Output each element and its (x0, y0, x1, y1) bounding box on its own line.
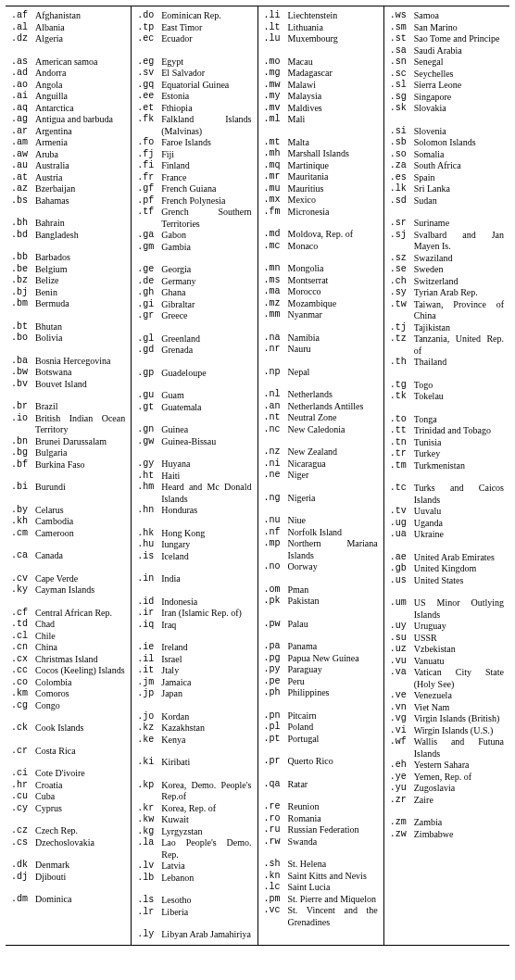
spacer (11, 883, 125, 894)
country-entry: .pyParaguay (264, 664, 378, 676)
tld-code: .bs (11, 195, 33, 207)
country-entry: .itJtaly (137, 665, 251, 677)
country-name: Latvia (159, 861, 251, 873)
tld-code: .na (264, 333, 286, 345)
tld-code: .cy (11, 803, 33, 815)
country-name: Vanuatu (412, 656, 504, 668)
country-entry: .mhMarshall Islands (264, 148, 378, 160)
country-entry: .snSenegal (390, 57, 504, 69)
country-entry: .inIndia (137, 573, 251, 585)
country-entry: .mzMozambique (264, 298, 378, 310)
country-entry: .bjBenin (11, 287, 125, 299)
country-entry: .dkDenmark (11, 860, 125, 872)
country-entry: .slSierra Leone (390, 80, 504, 92)
tld-code: .pe (264, 676, 286, 688)
country-name: Korea, Rep. of (159, 803, 251, 815)
country-name: Burkina Faso (33, 459, 125, 471)
tld-code: .sk (390, 103, 412, 115)
column-2: .doEominican Rep..tpEast Timor.ecEcuador… (131, 6, 257, 945)
country-name: Australia (33, 160, 125, 172)
tld-code: .vc (264, 905, 286, 917)
country-entry: .nzNew Zealand (264, 446, 378, 459)
country-name: Haiti (159, 471, 251, 483)
tld-code: .ag (11, 114, 33, 126)
tld-code: .gn (137, 424, 159, 436)
country-entry: .qaRatar (264, 779, 378, 791)
country-entry: .anNetherlands An­tilles (264, 401, 378, 413)
tld-code: .uy (390, 621, 412, 633)
country-entry: .mqMartinique (264, 160, 378, 172)
country-entry: .ccCocos (Keeling) Is­lands (11, 665, 125, 677)
country-name: Grench Southern Territories (159, 207, 251, 230)
tld-code: .bj (11, 287, 33, 299)
country-name: Zimbabwe (412, 829, 504, 841)
country-entry: .gbUnited Kingdom (390, 563, 504, 575)
tld-code: .sv (137, 68, 159, 80)
country-name: Liechtenstein (286, 10, 378, 22)
tld-code: .ee (137, 91, 159, 103)
country-name: Nigeria (286, 493, 378, 505)
spacer (264, 768, 378, 779)
country-name: Malaysia (286, 91, 378, 103)
spacer (137, 918, 251, 929)
country-entry: .plPoland (264, 722, 378, 734)
country-name: Monaco (286, 241, 378, 253)
country-name: Lithuania (286, 22, 378, 34)
spacer (11, 735, 125, 746)
country-entry: .htHaiti (137, 471, 251, 483)
tld-code: .pa (264, 641, 286, 653)
tld-code: .ug (390, 518, 412, 530)
tld-code: .is (137, 551, 159, 563)
country-entry: .ieIreland (137, 642, 251, 654)
country-entry: .uyUruguay (390, 621, 504, 633)
country-entry: .phPhilippines (264, 687, 378, 699)
tld-code: .sa (390, 45, 412, 57)
country-entry: .isIceland (137, 551, 251, 563)
country-name: Montserrat (286, 275, 378, 287)
tld-code: .nr (264, 344, 286, 356)
country-name: Libyan Arab Jamahiriya (159, 929, 251, 941)
country-entry: .gfFrench Guiana (137, 183, 251, 195)
country-name: Pman (286, 584, 378, 597)
country-name: Micronesia (286, 207, 378, 219)
country-name: Celarus (33, 505, 125, 517)
country-entry: .lvLatvia (137, 861, 251, 873)
tld-code: .cm (11, 528, 33, 540)
tld-code: .sm (390, 22, 412, 34)
country-entry: .msMontserrat (264, 275, 378, 287)
country-entry: .mdMoldova, Rep. of (264, 229, 378, 241)
country-name: Greenland (159, 333, 251, 346)
country-entry: .trTurkey (390, 448, 504, 460)
country-entry: .aiAnguilla (11, 91, 125, 103)
spacer (264, 356, 378, 367)
country-entry: .vnViet Nam (390, 702, 504, 714)
country-name: Portugal (286, 734, 378, 746)
country-name: Antarctica (33, 103, 125, 115)
country-entry: .pfFrench Polynesia (137, 195, 251, 207)
tld-code: .ve (390, 690, 412, 702)
country-entry: .sgSingapore (390, 92, 504, 104)
spacer (137, 253, 251, 264)
country-entry: .atAustria (11, 172, 125, 184)
spacer (264, 699, 378, 710)
country-name: Nyanmar (286, 309, 378, 321)
country-entry: .btBhutan (11, 321, 125, 333)
tld-code: .gt (137, 402, 159, 414)
country-name: Honduras (159, 505, 251, 517)
country-entry: .geGeorgia (137, 264, 251, 276)
country-name: Cayman Islands (33, 584, 125, 597)
country-entry: .yeYemen, Rep. of (390, 772, 504, 784)
tld-code: .ad (11, 68, 33, 80)
tld-code: .jp (137, 688, 159, 700)
country-entry: .hrCroatia (11, 780, 125, 792)
country-name: Slovakia (412, 103, 504, 115)
country-entry: .kwKuwait (137, 814, 251, 826)
country-entry: .ghGhana (137, 287, 251, 299)
tld-code: .pm (264, 894, 286, 906)
country-entry: .npNepal (264, 367, 378, 379)
country-name: Mongolia (286, 263, 378, 275)
country-name: Thailand (412, 357, 504, 369)
tld-code: .mo (264, 57, 286, 69)
country-name: Tajikistan (412, 322, 504, 334)
tld-code: .my (264, 91, 286, 103)
